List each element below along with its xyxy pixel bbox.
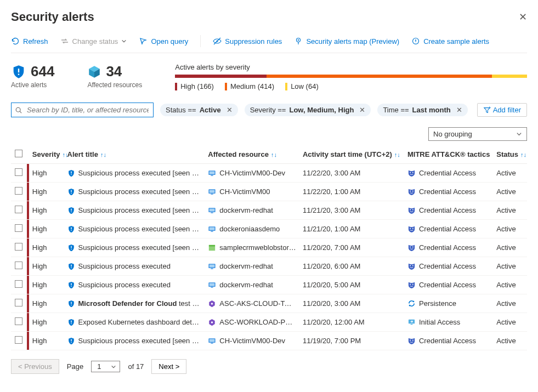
row-checkbox[interactable] bbox=[15, 206, 22, 213]
table-row[interactable]: HighSuspicious process executed [seen …d… bbox=[11, 220, 527, 238]
map-pin-icon bbox=[294, 37, 303, 46]
shield-icon bbox=[67, 262, 75, 271]
command-bar: Refresh Change status Open query Suppres… bbox=[11, 30, 527, 53]
cell-resource: CH-VictimVM00-Dev bbox=[205, 164, 299, 183]
col-severity[interactable]: Severity↑↓ bbox=[29, 145, 64, 164]
tactic-icon bbox=[407, 206, 416, 214]
cell-severity: High bbox=[29, 238, 64, 257]
affected-resources-stat: 34 Affected resources bbox=[87, 63, 142, 89]
shield-icon bbox=[67, 169, 75, 178]
alerts-map-button[interactable]: Security alerts map (Preview) bbox=[294, 37, 399, 46]
chevron-down-icon bbox=[516, 131, 522, 137]
cell-time: 11/19/20, 7:00 PM bbox=[299, 332, 404, 350]
cell-resource: CH-VictimVM00 bbox=[205, 183, 299, 201]
filter-pill-severity[interactable]: Severity == Low, Medium, High ✕ bbox=[245, 104, 371, 116]
open-query-button[interactable]: Open query bbox=[139, 37, 188, 46]
shield-icon bbox=[67, 225, 75, 234]
table-row[interactable]: HighSuspicious process executed [seen …C… bbox=[11, 164, 527, 183]
cell-time: 11/20/20, 5:00 AM bbox=[299, 276, 404, 294]
cell-tactic: Credential Access bbox=[404, 257, 493, 276]
legend-high: High (166) bbox=[175, 82, 214, 90]
funnel-plus-icon bbox=[483, 106, 491, 114]
row-checkbox[interactable] bbox=[15, 262, 22, 269]
search-icon bbox=[15, 106, 22, 114]
close-icon[interactable]: ✕ bbox=[519, 11, 527, 23]
row-checkbox[interactable] bbox=[15, 243, 22, 251]
add-filter-button[interactable]: Add filter bbox=[477, 103, 527, 117]
cell-tactic: Persistence bbox=[404, 294, 493, 313]
alerts-table: Severity↑↓ Alert title↑↓ Affected resour… bbox=[11, 145, 527, 350]
cell-resource: samplecrmweblobstor… bbox=[205, 238, 299, 257]
cell-time: 11/20/20, 3:00 AM bbox=[299, 294, 404, 313]
cell-resource: dockervm-redhat bbox=[205, 201, 299, 220]
cell-status: Active bbox=[493, 276, 527, 294]
remove-filter-icon[interactable]: ✕ bbox=[359, 106, 365, 114]
cell-resource: dockervm-redhat bbox=[205, 257, 299, 276]
row-checkbox[interactable] bbox=[15, 299, 22, 306]
resource-icon bbox=[208, 281, 216, 289]
search-input[interactable] bbox=[26, 105, 150, 115]
cell-tactic: Credential Access bbox=[404, 201, 493, 220]
row-checkbox[interactable] bbox=[15, 168, 22, 176]
create-sample-alerts-button[interactable]: Create sample alerts bbox=[411, 37, 489, 46]
table-row[interactable]: HighSuspicious process executed [seen …d… bbox=[11, 201, 527, 220]
chevron-down-icon bbox=[121, 38, 127, 44]
cell-status: Active bbox=[493, 313, 527, 332]
next-button[interactable]: Next > bbox=[151, 359, 186, 374]
cell-severity: High bbox=[29, 257, 64, 276]
cell-resource: CH-VictimVM00-Dev bbox=[205, 332, 299, 350]
cell-title: Suspicious process executed bbox=[64, 276, 205, 294]
resource-icon bbox=[208, 207, 216, 214]
shield-alert-icon bbox=[11, 64, 26, 79]
table-row[interactable]: HighSuspicious process executeddockervm-… bbox=[11, 276, 527, 294]
shield-icon bbox=[67, 206, 75, 215]
row-checkbox[interactable] bbox=[15, 224, 22, 232]
grouping-dropdown[interactable]: No grouping bbox=[428, 127, 527, 141]
row-checkbox[interactable] bbox=[15, 317, 22, 325]
row-checkbox[interactable] bbox=[15, 187, 22, 195]
col-tactic[interactable]: MITRE ATT&CK® tactics bbox=[404, 145, 493, 164]
row-checkbox[interactable] bbox=[15, 280, 22, 288]
eye-off-icon bbox=[213, 37, 222, 46]
severity-bar bbox=[175, 75, 527, 78]
cell-resource: dockeroniaasdemo bbox=[205, 220, 299, 238]
cell-title: Suspicious process executed [seen … bbox=[64, 164, 205, 183]
remove-filter-icon[interactable]: ✕ bbox=[456, 106, 462, 114]
tactic-icon bbox=[407, 318, 416, 326]
shield-icon bbox=[67, 188, 75, 196]
filter-pill-time[interactable]: Time == Last month ✕ bbox=[377, 104, 467, 116]
col-time[interactable]: Activity start time (UTC+2)↑↓ bbox=[299, 145, 404, 164]
select-all-checkbox[interactable] bbox=[15, 150, 22, 157]
table-row[interactable]: HighSuspicious process executed [seen …C… bbox=[11, 183, 527, 201]
table-row[interactable]: HighSuspicious process executed [seen …s… bbox=[11, 238, 527, 257]
table-row[interactable]: HighMicrosoft Defender for Cloud test al… bbox=[11, 294, 527, 313]
filter-pill-status[interactable]: Status == Active ✕ bbox=[160, 104, 238, 116]
swap-icon bbox=[60, 37, 69, 46]
table-row[interactable]: HighSuspicious process executed [seen …C… bbox=[11, 332, 527, 350]
cell-title: Suspicious process executed [seen … bbox=[64, 332, 205, 350]
col-status[interactable]: Status↑↓ bbox=[493, 145, 527, 164]
page-select[interactable]: 1 bbox=[91, 361, 120, 372]
remove-filter-icon[interactable]: ✕ bbox=[226, 106, 233, 114]
cell-title: Suspicious process executed [seen … bbox=[64, 183, 205, 201]
shield-icon bbox=[67, 299, 75, 308]
refresh-icon bbox=[11, 37, 20, 46]
cell-tactic: Initial Access bbox=[404, 313, 493, 332]
table-row[interactable]: HighExposed Kubernetes dashboard det…ASC… bbox=[11, 313, 527, 332]
resource-icon bbox=[208, 319, 216, 326]
suppression-rules-button[interactable]: Suppression rules bbox=[213, 37, 282, 46]
refresh-button[interactable]: Refresh bbox=[11, 37, 48, 46]
row-checkbox[interactable] bbox=[15, 336, 22, 344]
resource-icon bbox=[208, 263, 216, 270]
search-input-wrapper[interactable] bbox=[11, 103, 154, 117]
table-row[interactable]: HighSuspicious process executeddockervm-… bbox=[11, 257, 527, 276]
cell-title: Microsoft Defender for Cloud test alert … bbox=[64, 294, 205, 313]
cell-severity: High bbox=[29, 164, 64, 183]
cell-title: Suspicious process executed [seen … bbox=[64, 238, 205, 257]
cell-time: 11/22/20, 3:00 AM bbox=[299, 164, 404, 183]
tactic-icon bbox=[407, 243, 416, 252]
col-resource[interactable]: Affected resource↑↓ bbox=[205, 145, 299, 164]
col-title[interactable]: Alert title↑↓ bbox=[64, 145, 205, 164]
resource-icon bbox=[208, 300, 216, 308]
legend-medium: Medium (414) bbox=[225, 82, 274, 90]
